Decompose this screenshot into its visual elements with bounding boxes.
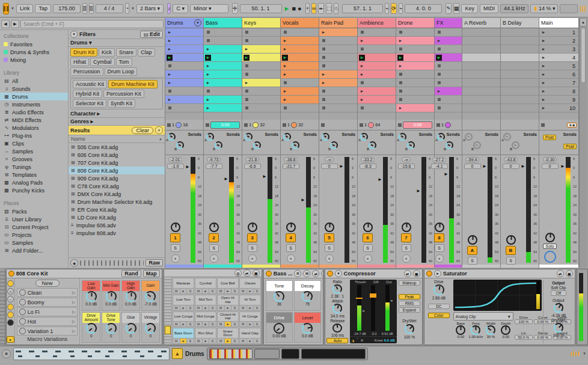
clip-slot-blank[interactable] [462, 28, 500, 37]
send-a-knob[interactable] [360, 133, 368, 141]
clip-slot-filled[interactable]: ► [281, 37, 319, 45]
key-map-button[interactable]: Key [461, 4, 478, 13]
clip-stop-icon[interactable] [359, 29, 365, 35]
clip-stop-icon[interactable] [282, 80, 288, 86]
arm-button[interactable]: ● [325, 254, 334, 263]
send-a-knob[interactable] [206, 133, 214, 141]
add-icon[interactable]: + [305, 3, 310, 14]
macro-name[interactable]: Vintage [142, 313, 159, 323]
variation-launch-icon[interactable]: ▷ [72, 290, 75, 295]
clip-stop-icon[interactable] [359, 80, 365, 86]
clip-play-icon[interactable]: ► [359, 38, 365, 44]
macro-value[interactable]: 0 [150, 334, 152, 339]
clip-stop-icon[interactable] [436, 105, 442, 111]
bass-macro-knob[interactable] [274, 291, 284, 302]
output-meter[interactable]: ◄ [385, 285, 390, 331]
peak-level-display[interactable]: -43.8 [504, 157, 518, 162]
peak-button[interactable]: Peak [399, 294, 420, 299]
pad-solo-button[interactable]: S [231, 339, 238, 343]
preview-play-icon[interactable]: ◉ [70, 259, 78, 267]
solo-button[interactable]: S [325, 244, 334, 252]
raw-button[interactable]: Raw [145, 259, 163, 266]
volume-field[interactable]: 0 [321, 164, 338, 169]
clip-stop-icon[interactable] [359, 46, 365, 52]
pad-mute-button[interactable]: M [218, 305, 225, 310]
clip-stop-icon[interactable] [397, 72, 403, 78]
pan-knob[interactable] [435, 222, 444, 232]
clip-play-icon[interactable]: ► [205, 72, 211, 78]
clip-slot-stop[interactable] [435, 28, 462, 37]
scene-play-icon[interactable]: ► [541, 105, 547, 111]
sidebar-item-templates[interactable]: ⊞Templates [0, 171, 68, 179]
scene-play-icon[interactable]: ► [541, 46, 547, 52]
sort-ascending-icon[interactable]: ▲ [159, 137, 162, 141]
saturator-fold-icon[interactable]: ► [434, 270, 441, 277]
arrangement-position-field[interactable]: 50. 1. 1 [240, 4, 282, 13]
pad-play-button[interactable]: ► [247, 289, 254, 293]
send-b-knob[interactable] [473, 141, 481, 149]
pad-mute-button[interactable]: M [240, 305, 247, 310]
clip-play-icon[interactable]: ► [205, 63, 211, 69]
saturator-save-icon[interactable]: ▣ [566, 270, 573, 277]
clip-slot-filled[interactable]: ► [165, 79, 203, 87]
clip-slot-stop[interactable] [358, 28, 396, 37]
clip-slot-filled[interactable]: ► [165, 28, 203, 37]
bass-macro-knob[interactable] [302, 323, 313, 334]
clip-slot-stop[interactable] [242, 104, 280, 112]
clip-stop-icon[interactable] [436, 29, 442, 35]
send-a-knob[interactable] [245, 133, 253, 141]
pan-knob[interactable] [545, 233, 555, 242]
levels-icon[interactable]: ılıl [571, 350, 580, 357]
filter-tag[interactable]: Drum Loop [105, 67, 138, 76]
clip-slot-stop[interactable] [165, 62, 203, 70]
clip-stop-icon[interactable] [205, 88, 211, 94]
track-stop-icon[interactable] [283, 123, 286, 127]
drumrack-hotswap-icon[interactable]: ⇄ [243, 269, 251, 277]
filter-tag[interactable]: Clap [138, 48, 155, 57]
pan-knob[interactable] [171, 222, 180, 232]
filter-tag[interactable]: Tom [116, 58, 132, 66]
track-stop-icon[interactable] [244, 123, 248, 127]
clip-stop-icon[interactable] [320, 55, 326, 61]
pad-play-button[interactable]: ► [225, 289, 232, 293]
info-icon[interactable]: ◉ [2, 349, 11, 358]
track-activator-button[interactable]: 8 [434, 233, 444, 242]
macro-value[interactable]: 0.0 dB [85, 302, 97, 307]
macro-knob[interactable] [126, 323, 136, 334]
scene-play-icon[interactable]: ► [541, 63, 547, 69]
saturator-on-icon[interactable] [426, 271, 432, 277]
drum-pad-snare-drum[interactable]: Snare DrumM►S [217, 328, 239, 344]
scale-mode-icon[interactable]: ♪ [167, 3, 171, 14]
clip-stop-icon[interactable] [320, 88, 326, 94]
volume-field[interactable]: 0 [503, 164, 519, 169]
variation-launch-icon[interactable]: ▷ [72, 310, 75, 314]
pad-play-button[interactable]: ► [180, 339, 188, 343]
clip-stop-icon[interactable] [243, 72, 250, 78]
clip-playing-icon[interactable]: ► [436, 55, 442, 61]
compressor-on-icon[interactable] [327, 271, 333, 277]
clip-slot-stop[interactable] [396, 45, 434, 54]
clip-stop-icon[interactable] [397, 46, 403, 52]
clip-slot-blank[interactable] [501, 104, 539, 112]
bass-macro-value[interactable]: 0.0 dB [302, 334, 313, 339]
peak-level-display[interactable]: -2.01 [168, 157, 183, 162]
clip-stop-icon[interactable] [436, 72, 442, 78]
drum-pad-bass-drum[interactable]: Bass DrumM►S [173, 328, 194, 344]
clip-stop-icon[interactable] [282, 29, 288, 35]
macro-value[interactable]: 0.0 dB [125, 302, 136, 307]
sidebar-item-tunings[interactable]: ψTunings [0, 163, 68, 171]
thresh-value[interactable]: -24.7 dB [354, 332, 366, 336]
time-signature-field[interactable]: 4 / 4 [96, 4, 123, 13]
macro-name[interactable]: Low Gain [82, 281, 100, 291]
solo-button[interactable]: S [468, 257, 477, 265]
clip-stop-icon[interactable] [205, 29, 211, 35]
macro-knob[interactable] [126, 291, 136, 302]
macro-value[interactable]: 0 [90, 334, 93, 339]
sat-output-knob[interactable] [554, 303, 563, 313]
pan-knob[interactable] [363, 222, 373, 232]
pad-play-button[interactable]: ► [247, 322, 254, 327]
bass-macro-name[interactable]: Drive [266, 313, 292, 323]
clip-slot-blank[interactable] [462, 70, 500, 79]
clip-stop-icon[interactable] [243, 88, 250, 94]
clip-slot-playing[interactable]: ► [242, 54, 280, 62]
